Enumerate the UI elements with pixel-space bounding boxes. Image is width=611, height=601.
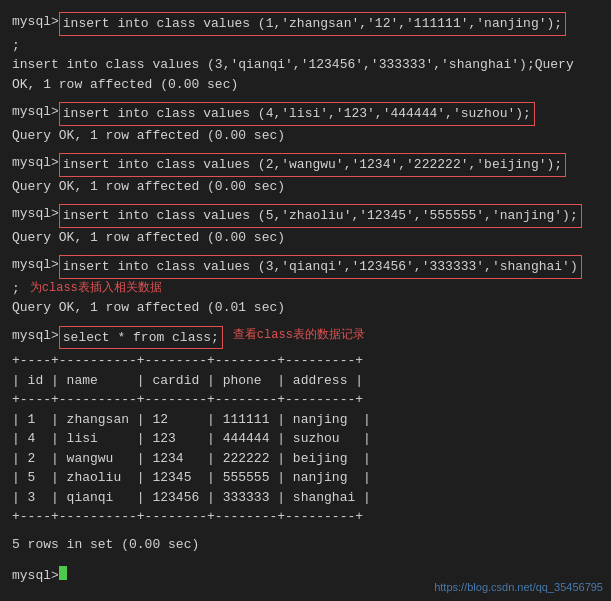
- line-5: mysql> insert into class values (3,'qian…: [12, 255, 599, 279]
- prompt-1: mysql>: [12, 12, 59, 32]
- table-header: | id | name | cardid | phone | address |: [12, 371, 599, 391]
- final-prompt: mysql>: [12, 566, 59, 586]
- prompt-2: mysql>: [12, 102, 59, 122]
- line-1d: OK, 1 row affected (0.00 sec): [12, 75, 599, 95]
- table-block: +----+----------+--------+--------+-----…: [12, 351, 599, 527]
- sql-box-3: insert into class values (2,'wangwu','12…: [59, 153, 566, 177]
- block-2: mysql> insert into class values (4,'lisi…: [12, 102, 599, 145]
- response-4b: Query OK, 1 row affected (0.00 sec): [12, 228, 285, 248]
- table-separator-header: +----+----------+--------+--------+-----…: [12, 390, 599, 410]
- table-separator-bottom: +----+----------+--------+--------+-----…: [12, 507, 599, 527]
- sql-box-6: select * from class;: [59, 326, 223, 350]
- continuation-5: ;: [12, 279, 20, 299]
- response-1a: insert into class values (3,'qianqi','12…: [12, 55, 574, 75]
- sql-box-4: insert into class values (5,'zhaoliu','1…: [59, 204, 582, 228]
- terminal: mysql> insert into class values (1,'zhan…: [8, 8, 603, 590]
- sql-box-1: insert into class values (1,'zhangsan','…: [59, 12, 566, 36]
- line-2: mysql> insert into class values (4,'lisi…: [12, 102, 599, 126]
- continuation-1: ;: [12, 36, 20, 56]
- line-1b: ;: [12, 36, 599, 56]
- block-1: mysql> insert into class values (1,'zhan…: [12, 12, 599, 94]
- block-4: mysql> insert into class values (5,'zhao…: [12, 204, 599, 247]
- line-1: mysql> insert into class values (1,'zhan…: [12, 12, 599, 36]
- line-3b: Query OK, 1 row affected (0.00 sec): [12, 177, 599, 197]
- response-3: Query OK, 1 row affected (0.00 sec): [12, 177, 285, 197]
- line-3: mysql> insert into class values (2,'wang…: [12, 153, 599, 177]
- table-footer-line: 5 rows in set (0.00 sec): [12, 535, 599, 555]
- block-6: mysql> select * from class; 查看class表的数据记…: [12, 326, 599, 350]
- line-4c: Query OK, 1 row affected (0.00 sec): [12, 228, 599, 248]
- table-footer: 5 rows in set (0.00 sec): [12, 535, 199, 555]
- prompt-6: mysql>: [12, 326, 59, 346]
- prompt-3: mysql>: [12, 153, 59, 173]
- prompt-4: mysql>: [12, 204, 59, 224]
- line-5c: Query OK, 1 row affected (0.01 sec): [12, 298, 599, 318]
- annotation-5: 为class表插入相关数据: [30, 279, 162, 297]
- prompt-5: mysql>: [12, 255, 59, 275]
- block-3: mysql> insert into class values (2,'wang…: [12, 153, 599, 196]
- response-5: Query OK, 1 row affected (0.01 sec): [12, 298, 285, 318]
- block-5: mysql> insert into class values (3,'qian…: [12, 255, 599, 318]
- table-separator-top: +----+----------+--------+--------+-----…: [12, 351, 599, 371]
- watermark: https://blog.csdn.net/qq_35456795: [434, 581, 603, 593]
- table-row-1: | 1 | zhangsan | 12 | 111111 | nanjing |: [12, 410, 599, 430]
- line-2b: Query OK, 1 row affected (0.00 sec): [12, 126, 599, 146]
- table-row-4: | 5 | zhaoliu | 12345 | 555555 | nanjing…: [12, 468, 599, 488]
- table-row-5: | 3 | qianqi | 123456 | 333333 | shangha…: [12, 488, 599, 508]
- line-1c: insert into class values (3,'qianqi','12…: [12, 55, 599, 75]
- line-4: mysql> insert into class values (5,'zhao…: [12, 204, 599, 228]
- response-1b: OK, 1 row affected (0.00 sec): [12, 75, 238, 95]
- sql-box-5: insert into class values (3,'qianqi','12…: [59, 255, 582, 279]
- table-row-2: | 4 | lisi | 123 | 444444 | suzhou |: [12, 429, 599, 449]
- annotation-6: 查看class表的数据记录: [233, 326, 365, 344]
- cursor: [59, 566, 67, 580]
- sql-box-2: insert into class values (4,'lisi','123'…: [59, 102, 535, 126]
- line-6: mysql> select * from class; 查看class表的数据记…: [12, 326, 599, 350]
- table-row-3: | 2 | wangwu | 1234 | 222222 | beijing |: [12, 449, 599, 469]
- response-2: Query OK, 1 row affected (0.00 sec): [12, 126, 285, 146]
- line-5b: ; 为class表插入相关数据: [12, 279, 599, 299]
